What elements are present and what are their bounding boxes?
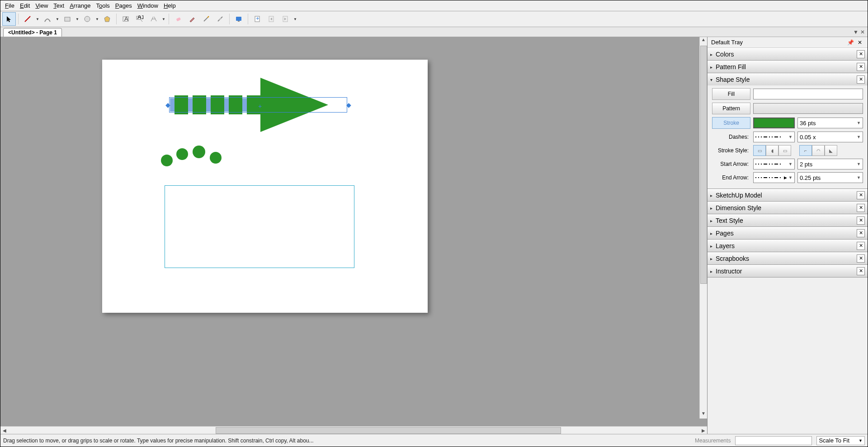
scroll-up-icon[interactable]: ▲ [700,37,707,45]
line-tool-dropdown[interactable]: ▼ [35,12,40,26]
panel-layers-header[interactable]: ▸ Layers ✕ [708,240,868,252]
measurements-label: Measurements [695,438,731,444]
dashes-scale-select[interactable]: 0.05 x▼ [797,132,863,142]
panel-close-icon[interactable]: ✕ [857,63,865,71]
panel-close-icon[interactable]: ✕ [857,267,865,275]
join-tool[interactable] [213,12,227,26]
join-bevel-button[interactable]: ◣ [825,145,837,156]
dimension-tool[interactable] [147,12,160,26]
selection-handle-left[interactable]: ◆ [165,101,170,106]
cap-square-button[interactable]: ▭ [778,145,791,156]
rectangle-tool-dropdown[interactable]: ▼ [75,12,80,26]
rectangle-shape[interactable] [165,185,354,268]
panel-dimension-header[interactable]: ▸ Dimension Style ✕ [708,202,868,214]
panel-pattern-fill-header[interactable]: ▸ Pattern Fill ✕ [708,61,868,73]
join-miter-button[interactable]: ⌐ [799,145,812,156]
stroke-color-swatch[interactable] [753,118,795,128]
toolbar-options-dropdown[interactable]: ▼ [292,12,298,26]
cap-round-button[interactable]: ◖ [766,145,778,156]
menu-tools[interactable]: Tools [93,1,112,10]
pattern-swatch[interactable] [753,103,863,114]
end-arrow-select[interactable]: ▶▼ [753,172,795,183]
arrow-shape[interactable]: ◆ ◆ + [170,98,346,112]
menu-help[interactable]: Help [161,1,179,10]
start-arrow-size-select[interactable]: 2 pts▼ [797,159,863,169]
tray-title-bar[interactable]: Default Tray 📌 ✕ [708,37,868,48]
dots-group[interactable] [161,146,233,168]
circle-tool-dropdown[interactable]: ▼ [94,12,100,26]
add-page-tool[interactable]: + [250,12,264,26]
arc-tool[interactable] [41,12,54,26]
menu-edit[interactable]: Edit [17,1,33,10]
scroll-left-icon[interactable]: ◀ [0,428,8,433]
panel-pages-header[interactable]: ▸ Pages ✕ [708,227,868,239]
panel-close-icon[interactable]: ✕ [857,229,865,237]
stroke-style-label: Stroke Style: [712,147,750,154]
document-tab[interactable]: <Untitled> - Page 1 [3,28,62,37]
split-tool[interactable] [199,12,213,26]
dashes-label: Dashes: [712,134,750,140]
fill-color-swatch[interactable] [753,89,863,99]
horizontal-scrollbar[interactable]: ◀ ▶ [0,426,707,434]
fill-toggle-button[interactable]: Fill [712,88,750,100]
eraser-tool[interactable] [171,12,185,26]
panel-close-icon[interactable]: ✕ [857,50,865,58]
scroll-down-icon[interactable]: ▼ [700,411,707,419]
circle-tool[interactable] [80,12,94,26]
join-round-button[interactable]: ◠ [812,145,825,156]
panel-scrapbooks-header[interactable]: ▸ Scrapbooks ✕ [708,252,868,264]
tab-close-icon[interactable]: ✕ [860,29,865,35]
menu-arrange[interactable]: Arrange [67,1,93,10]
stroke-size-select[interactable]: 36 pts▼ [797,118,863,128]
tab-dropdown-icon[interactable]: ▼ [853,29,859,35]
document-tab-bar: <Untitled> - Page 1 ▼ ✕ [0,27,868,37]
selection-center-icon[interactable]: + [258,103,262,110]
panel-close-icon[interactable]: ✕ [857,242,865,250]
panel-instructor-header[interactable]: ▸ Instructor ✕ [708,265,868,277]
pattern-toggle-button[interactable]: Pattern [712,103,750,114]
tray-close-icon[interactable]: ✕ [856,39,864,46]
style-tool[interactable] [185,12,199,26]
selection-handle-right[interactable]: ◆ [346,101,351,106]
measurements-input[interactable] [735,436,812,445]
line-tool[interactable] [21,12,34,26]
arc-tool-dropdown[interactable]: ▼ [55,12,60,26]
presentation-tool[interactable] [232,12,245,26]
zoom-select[interactable]: Scale To Fit▼ [816,436,865,445]
svg-rect-15 [238,21,240,22]
pin-icon[interactable]: 📌 [845,39,856,46]
rectangle-tool[interactable] [61,12,74,26]
select-tool[interactable] [2,12,16,26]
panel-close-icon[interactable]: ✕ [857,254,865,263]
vertical-scrollbar[interactable]: ▲ ▼ [699,37,707,419]
start-arrow-select[interactable]: ▼ [753,159,795,169]
panel-shape-style-header[interactable]: ▾ Shape Style ✕ [708,73,868,85]
chevron-right-icon: ▸ [710,269,716,274]
canvas-page[interactable]: ◆ ◆ + [102,60,428,313]
prev-page-tool[interactable] [264,12,278,26]
menu-file[interactable]: File [2,1,17,10]
panel-close-icon[interactable]: ✕ [857,216,865,225]
dimension-tool-dropdown[interactable]: ▼ [161,12,166,26]
end-arrow-size-select[interactable]: 0.25 pts▼ [797,172,863,183]
menu-pages[interactable]: Pages [113,1,135,10]
panel-colors-header[interactable]: ▸ Colors ✕ [708,48,868,60]
panel-close-icon[interactable]: ✕ [857,75,865,84]
chevron-down-icon: ▾ [710,77,716,82]
polygon-tool[interactable] [100,12,114,26]
stroke-toggle-button[interactable]: Stroke [712,117,750,129]
label-tool[interactable]: A1 [133,12,146,26]
dashes-select[interactable]: ▼ [753,132,795,142]
next-page-tool[interactable] [278,12,292,26]
panel-close-icon[interactable]: ✕ [857,191,865,199]
panel-close-icon[interactable]: ✕ [857,204,865,212]
panel-sketchup-header[interactable]: ▸ SketchUp Model ✕ [708,189,868,201]
text-tool[interactable]: A [119,12,132,26]
cap-flat-button[interactable]: ▭ [753,145,766,156]
menu-text[interactable]: Text [51,1,67,10]
canvas-viewport[interactable]: ◆ ◆ + ▲ ▼ [0,37,707,426]
panel-text-style-header[interactable]: ▸ Text Style ✕ [708,214,868,226]
menu-view[interactable]: View [33,1,51,10]
scroll-right-icon[interactable]: ▶ [699,428,707,433]
menu-window[interactable]: Window [135,1,161,10]
